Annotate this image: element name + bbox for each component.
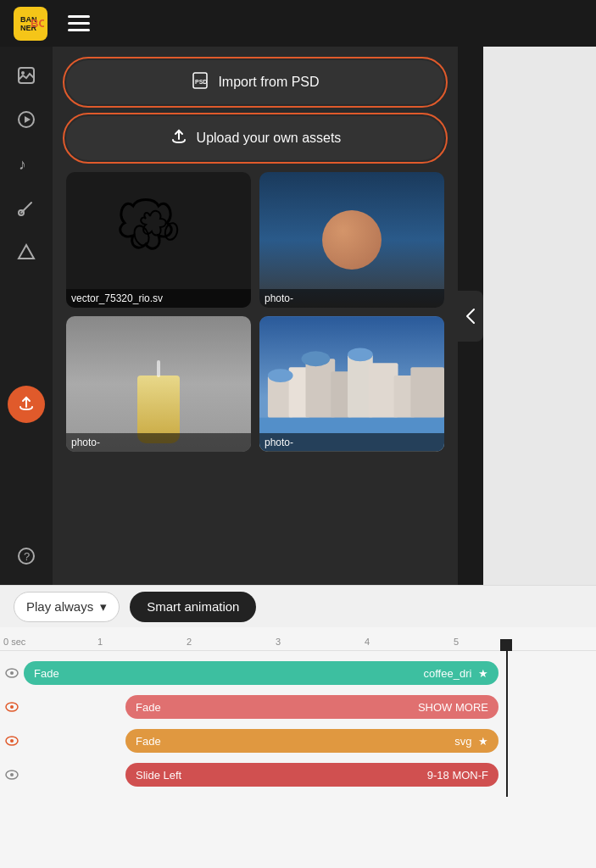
play-always-label: Play always xyxy=(26,599,93,614)
svg-point-29 xyxy=(348,348,373,361)
svg-point-36 xyxy=(10,739,14,743)
svg-marker-11 xyxy=(19,245,34,259)
psd-icon: PSD xyxy=(191,71,209,94)
track-1-bar[interactable]: Fade coffee_dri ★ xyxy=(24,661,499,685)
svg-text:?: ? xyxy=(24,550,30,563)
timeline-ruler: 0 sec 1 2 3 4 5 xyxy=(0,627,596,651)
ruler-label-3: 3 xyxy=(276,637,281,647)
track-2-fade-label: Fade xyxy=(136,701,161,714)
track-1-eye[interactable] xyxy=(0,658,24,688)
svg-point-27 xyxy=(268,369,293,382)
track-3-eye[interactable] xyxy=(0,726,24,756)
playhead-top xyxy=(500,639,512,651)
sidebar-item-help[interactable]: ? xyxy=(8,537,45,575)
sidebar-item-music[interactable]: ♪ xyxy=(8,145,45,182)
track-3-fade-label: Fade xyxy=(136,735,161,748)
smart-animation-label: Smart animation xyxy=(147,599,239,614)
liquid-stream xyxy=(157,360,160,377)
canvas-area xyxy=(483,47,596,585)
track-3: Fade svg ★ xyxy=(0,726,596,756)
main-area: ♪ ? xyxy=(0,47,596,585)
logo: BAN NER BOO xyxy=(14,7,47,41)
import-psd-label: Import from PSD xyxy=(218,75,319,90)
panel-collapse-button[interactable] xyxy=(458,291,483,342)
track-3-bar[interactable]: Fade svg ★ xyxy=(125,729,499,753)
svg-marker-7 xyxy=(25,116,31,123)
drink-preview xyxy=(66,316,251,452)
smart-animation-button[interactable]: Smart animation xyxy=(130,592,256,622)
svg-text:BOO: BOO xyxy=(31,17,44,30)
svg-point-38 xyxy=(10,773,14,776)
svg-text:PSD: PSD xyxy=(195,79,207,85)
upload-assets-label: Upload your own assets xyxy=(197,131,342,146)
chevron-down-icon: ▾ xyxy=(100,599,107,615)
sidebar-item-play[interactable] xyxy=(8,101,45,138)
track-1-name: coffee_dri ★ xyxy=(424,667,488,680)
upload-assets-button[interactable]: Upload your own assets xyxy=(66,116,444,160)
santorini-preview xyxy=(259,316,444,452)
moon-shape xyxy=(322,210,382,270)
track-3-name: svg ★ xyxy=(454,735,488,748)
asset-item-santorini[interactable]: photo- xyxy=(259,316,444,452)
svg-rect-24 xyxy=(369,363,398,417)
svg-preview xyxy=(66,172,251,308)
svg-point-16 xyxy=(131,224,151,248)
asset-item-moon[interactable]: photo- xyxy=(259,172,444,308)
svg-rect-21 xyxy=(306,359,336,417)
track-1: Fade coffee_dri ★ xyxy=(0,658,596,688)
svg-rect-26 xyxy=(410,367,444,417)
track-3-star: ★ xyxy=(478,735,488,748)
panel: PSD Import from PSD Upload your own asse… xyxy=(53,47,458,585)
track-2: Fade SHOW MORE xyxy=(0,692,596,722)
moon-preview xyxy=(259,172,444,308)
sidebar-item-upload[interactable] xyxy=(8,386,45,423)
track-2-eye[interactable] xyxy=(0,692,24,722)
ruler-label-1: 1 xyxy=(97,637,103,647)
sidebar: ♪ ? xyxy=(0,47,53,585)
ruler-label-2: 2 xyxy=(187,637,192,647)
svg-text:♪: ♪ xyxy=(19,156,26,173)
playhead-circle-top xyxy=(500,639,512,651)
track-4-eye[interactable] xyxy=(0,760,24,790)
timeline-tracks: Fade coffee_dri ★ Fade SHOW MORE xyxy=(0,651,596,797)
sidebar-item-brush[interactable] xyxy=(8,189,45,226)
svg-point-5 xyxy=(21,71,25,75)
svg-point-34 xyxy=(10,705,14,709)
track-4-name: 9-18 MON-F xyxy=(427,769,488,782)
ruler-label-5: 5 xyxy=(454,637,459,647)
ruler-label-4: 4 xyxy=(365,637,370,647)
svg-point-28 xyxy=(302,351,331,366)
track-1-fade-label: Fade xyxy=(34,667,59,680)
asset-label-santorini: photo- xyxy=(259,433,444,452)
ruler-label-0: 0 sec xyxy=(3,637,25,647)
hamburger-menu[interactable] xyxy=(64,12,93,35)
track-2-bar[interactable]: Fade SHOW MORE xyxy=(125,695,499,719)
track-4-slide-label: Slide Left xyxy=(136,769,181,782)
timeline: 0 sec 1 2 3 4 5 Fade coffee_dri xyxy=(0,627,596,868)
asset-label-svg: vector_75320_rio.sv xyxy=(66,289,251,308)
track-4: Slide Left 9-18 MON-F xyxy=(0,760,596,790)
asset-label-moon: photo- xyxy=(259,289,444,308)
asset-grid: vector_75320_rio.sv photo- photo- xyxy=(66,172,444,452)
upload-icon-btn xyxy=(170,127,188,150)
track-1-star: ★ xyxy=(478,667,488,680)
asset-item-drink[interactable]: photo- xyxy=(66,316,251,452)
play-always-button[interactable]: Play always ▾ xyxy=(14,592,120,622)
import-psd-button[interactable]: PSD Import from PSD xyxy=(66,60,444,104)
track-2-name: SHOW MORE xyxy=(418,701,488,714)
asset-item-svg[interactable]: vector_75320_rio.sv xyxy=(66,172,251,308)
bottom-bar: Play always ▾ Smart animation xyxy=(0,585,596,627)
header: BAN NER BOO xyxy=(0,0,596,47)
asset-label-drink: photo- xyxy=(66,433,251,452)
sidebar-item-shapes[interactable] xyxy=(8,233,45,270)
svg-point-32 xyxy=(10,671,14,675)
track-4-bar[interactable]: Slide Left 9-18 MON-F xyxy=(125,763,499,787)
sidebar-item-image[interactable] xyxy=(8,57,45,94)
